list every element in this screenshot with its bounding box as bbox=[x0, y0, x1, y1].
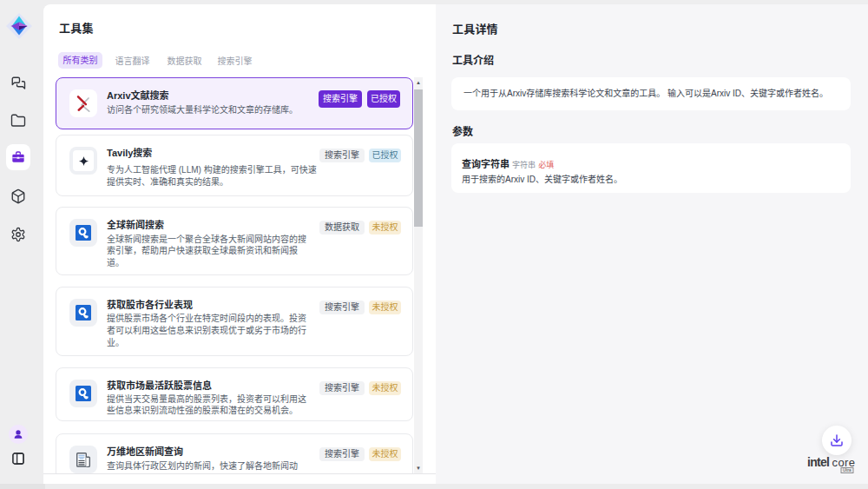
svg-text:Ultra: Ultra bbox=[843, 468, 852, 472]
svg-text:intel: intel bbox=[807, 455, 829, 469]
svg-text:core: core bbox=[832, 456, 856, 469]
